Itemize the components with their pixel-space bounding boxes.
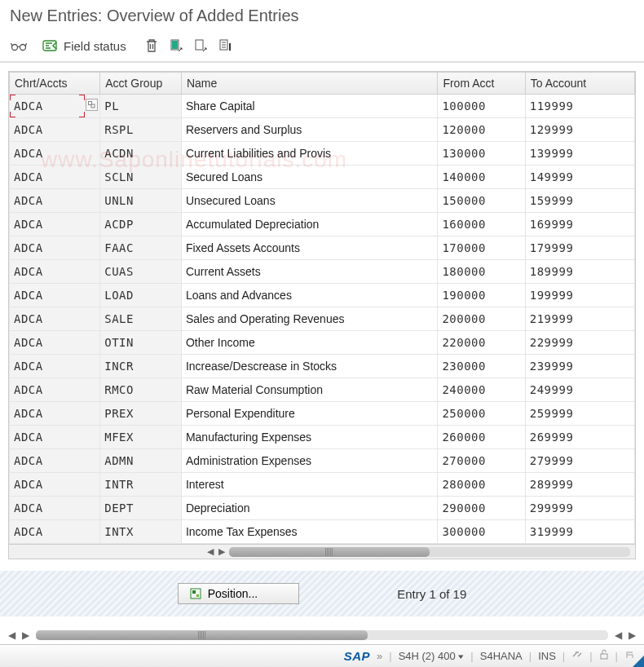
- from-acct-cell[interactable]: 100000: [438, 95, 524, 117]
- main-horizontal-scrollbar[interactable]: ◀ ▶ ◀ ▶: [5, 628, 639, 643]
- from-acct-cell[interactable]: 300000: [438, 520, 524, 543]
- to-account-cell[interactable]: 219999: [526, 307, 634, 330]
- name-cell[interactable]: Current Liabilities and Provis: [182, 142, 437, 165]
- to-account-cell[interactable]: 149999: [526, 166, 634, 188]
- acct-group-cell[interactable]: OTIN: [100, 331, 181, 354]
- table-row[interactable]: ADCASALESales and Operating Revenues2000…: [10, 307, 635, 331]
- table-row[interactable]: ADCAACDNCurrent Liabilities and Provis13…: [10, 142, 635, 166]
- acct-group-cell[interactable]: PL: [100, 95, 181, 117]
- acct-group-cell[interactable]: ADMN: [100, 449, 181, 472]
- lock-icon[interactable]: [599, 649, 609, 663]
- to-account-cell[interactable]: 289999: [526, 473, 634, 496]
- name-cell[interactable]: Loans and Advances: [182, 284, 437, 307]
- glasses-icon[interactable]: [10, 37, 28, 55]
- chrt-accts-cell[interactable]: ADCA: [10, 426, 99, 448]
- name-cell[interactable]: Reservers and Surplus: [182, 118, 437, 141]
- table-row[interactable]: ADCAINCRIncrease/Descrease in Stocks2300…: [10, 355, 635, 378]
- to-account-cell[interactable]: 239999: [526, 355, 634, 378]
- to-account-cell[interactable]: 259999: [526, 402, 634, 425]
- table-row[interactable]: ADCACUASCurrent Assets180000189999: [10, 260, 635, 284]
- table-row[interactable]: ADCAACDPAccumulated Depreciation16000016…: [10, 213, 635, 236]
- chrt-accts-cell[interactable]: ADCA: [10, 142, 99, 165]
- col-header-chrt[interactable]: Chrt/Accts: [10, 73, 100, 95]
- main-scroll-right2-icon[interactable]: ▶: [625, 629, 639, 641]
- name-cell[interactable]: Manufacturing Expenses: [182, 426, 437, 448]
- name-cell[interactable]: Fixed Assets Accounts: [182, 236, 437, 259]
- col-header-name[interactable]: Name: [181, 73, 437, 95]
- from-acct-cell[interactable]: 240000: [438, 378, 524, 401]
- to-account-cell[interactable]: 299999: [526, 497, 634, 519]
- from-acct-cell[interactable]: 220000: [438, 331, 524, 354]
- name-cell[interactable]: Administration Expenses: [182, 449, 437, 472]
- col-header-to[interactable]: To Account: [525, 73, 634, 95]
- main-scroll-left-icon[interactable]: ◀: [5, 629, 19, 641]
- corner-resize-icon[interactable]: [633, 656, 644, 667]
- acct-group-cell[interactable]: RMCO: [100, 378, 181, 401]
- chrt-accts-cell[interactable]: ADCA: [10, 449, 99, 472]
- chrt-accts-cell[interactable]: ADCA: [10, 260, 99, 283]
- to-account-cell[interactable]: 129999: [526, 118, 634, 141]
- name-cell[interactable]: Increase/Descrease in Stocks: [182, 355, 437, 378]
- acct-group-cell[interactable]: UNLN: [100, 189, 181, 212]
- from-acct-cell[interactable]: 260000: [438, 426, 524, 448]
- from-acct-cell[interactable]: 180000: [438, 260, 524, 283]
- to-account-cell[interactable]: 169999: [526, 213, 634, 236]
- table-row[interactable]: ADCAADMNAdministration Expenses270000279…: [10, 449, 635, 473]
- acct-group-cell[interactable]: ACDN: [100, 142, 181, 165]
- table-row[interactable]: ADCAPREXPersonal Expenditure250000259999: [10, 402, 635, 426]
- position-button[interactable]: Position...: [178, 583, 299, 604]
- main-scroll-left2-icon[interactable]: ◀: [611, 629, 625, 641]
- col-header-from[interactable]: From Acct: [438, 73, 525, 95]
- chrt-accts-cell[interactable]: ADCA: [10, 378, 99, 401]
- table-horizontal-scrollbar[interactable]: ◀ ▶: [9, 544, 635, 559]
- select-all-icon[interactable]: [167, 37, 185, 55]
- acct-group-cell[interactable]: DEPT: [100, 497, 181, 519]
- table-row[interactable]: ADCAINTXIncome Tax Expenses300000319999: [10, 520, 635, 544]
- col-header-group[interactable]: Acct Group: [100, 73, 182, 95]
- delete-icon[interactable]: [143, 37, 161, 55]
- field-status-icon[interactable]: [41, 37, 59, 55]
- value-help-icon[interactable]: [86, 99, 98, 111]
- from-acct-cell[interactable]: 140000: [438, 166, 524, 188]
- table-row[interactable]: ADCARSPLReservers and Surplus12000012999…: [10, 118, 635, 142]
- acct-group-cell[interactable]: PREX: [100, 402, 181, 425]
- acct-group-cell[interactable]: INCR: [100, 355, 181, 378]
- to-account-cell[interactable]: 139999: [526, 142, 634, 165]
- table-row[interactable]: ADCARMCORaw Material Consumption24000024…: [10, 378, 635, 402]
- from-acct-cell[interactable]: 190000: [438, 284, 524, 307]
- table-row[interactable]: ADCADEPTDepreciation290000299999: [10, 497, 635, 520]
- chrt-accts-cell[interactable]: ADCA: [10, 284, 99, 307]
- status-system[interactable]: S4H (2) 400 ▾: [399, 650, 465, 662]
- name-cell[interactable]: Interest: [182, 473, 437, 496]
- table-row[interactable]: ADCAINTRInterest280000289999: [10, 473, 635, 497]
- acct-group-cell[interactable]: INTX: [100, 520, 181, 543]
- scroll-left-icon[interactable]: ◀: [205, 546, 216, 557]
- from-acct-cell[interactable]: 290000: [438, 497, 524, 519]
- acct-group-cell[interactable]: LOAD: [100, 284, 181, 307]
- acct-group-cell[interactable]: ACDP: [100, 213, 181, 236]
- from-acct-cell[interactable]: 200000: [438, 307, 524, 330]
- from-acct-cell[interactable]: 130000: [438, 142, 524, 165]
- table-row[interactable]: ADCAUNLNUnsecured Loans150000159999: [10, 189, 635, 213]
- table-row[interactable]: ADCAMFEXManufacturing Expenses2600002699…: [10, 426, 635, 449]
- name-cell[interactable]: Sales and Operating Revenues: [182, 307, 437, 330]
- name-cell[interactable]: Personal Expenditure: [182, 402, 437, 425]
- acct-group-cell[interactable]: CUAS: [100, 260, 181, 283]
- chrt-accts-cell[interactable]: ADCA: [10, 118, 99, 141]
- configure-icon[interactable]: [216, 37, 234, 55]
- chrt-accts-cell[interactable]: ADCA: [10, 402, 99, 425]
- expand-icon[interactable]: »: [377, 650, 382, 662]
- name-cell[interactable]: Raw Material Consumption: [182, 378, 437, 401]
- chrt-accts-cell[interactable]: ADCA: [10, 166, 99, 188]
- to-account-cell[interactable]: 179999: [526, 236, 634, 259]
- chrt-accts-cell[interactable]: ADCA: [10, 307, 99, 330]
- name-cell[interactable]: Unsecured Loans: [182, 189, 437, 212]
- to-account-cell[interactable]: 159999: [526, 189, 634, 212]
- acct-group-cell[interactable]: RSPL: [100, 118, 181, 141]
- chrt-accts-cell[interactable]: ADCA: [10, 497, 99, 519]
- name-cell[interactable]: Secured Loans: [182, 166, 437, 188]
- chrt-accts-cell[interactable]: ADCA: [10, 95, 99, 117]
- chrt-accts-cell[interactable]: ADCA: [10, 355, 99, 378]
- chrt-accts-cell[interactable]: ADCA: [10, 189, 99, 212]
- chrt-accts-cell[interactable]: ADCA: [10, 520, 99, 543]
